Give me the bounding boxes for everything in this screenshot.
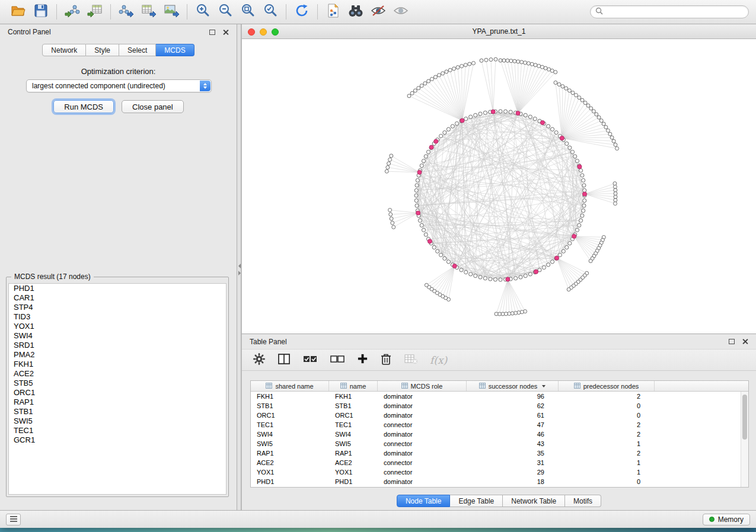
search-box[interactable] bbox=[590, 5, 749, 18]
vertical-splitter[interactable] bbox=[237, 24, 241, 510]
show-panel-list-button[interactable] bbox=[6, 514, 21, 525]
export-table-icon bbox=[141, 3, 157, 21]
memory-button[interactable]: Memory bbox=[703, 514, 750, 525]
sort-arrow-icon bbox=[542, 385, 546, 387]
splitter-handle[interactable] bbox=[237, 264, 241, 277]
table-row[interactable]: STB1STB1dominator620 bbox=[251, 401, 748, 411]
memory-label: Memory bbox=[718, 515, 744, 524]
show-all-button[interactable] bbox=[390, 2, 412, 22]
scrollbar-thumb[interactable] bbox=[742, 395, 747, 440]
export-table-button[interactable] bbox=[138, 2, 160, 22]
create-column-button[interactable] bbox=[357, 351, 368, 369]
mcds-result-item[interactable]: YOX1 bbox=[9, 322, 226, 331]
criterion-dropdown[interactable]: largest connected component (undirected) bbox=[26, 79, 212, 92]
export-image-button[interactable] bbox=[160, 2, 183, 22]
apply-layout-button[interactable] bbox=[291, 2, 313, 22]
mcds-result-item[interactable]: GCR1 bbox=[9, 435, 226, 445]
mcds-result-item[interactable]: STP4 bbox=[9, 303, 226, 312]
mcds-result-item[interactable]: STB1 bbox=[9, 407, 226, 416]
table-row[interactable]: SWI5SWI5connector431 bbox=[251, 439, 748, 448]
deselect-all-icon bbox=[330, 353, 345, 367]
zoom-out-button[interactable] bbox=[214, 2, 237, 22]
toolbar-separator bbox=[286, 4, 286, 20]
search-input[interactable] bbox=[606, 8, 744, 16]
show-columns-button[interactable] bbox=[277, 351, 291, 369]
new-network-from-selection-button[interactable] bbox=[322, 2, 344, 22]
table-row[interactable]: TEC1TEC1connector472 bbox=[251, 420, 748, 430]
function-builder-button[interactable]: f(x) bbox=[430, 351, 447, 369]
close-window-button[interactable] bbox=[248, 28, 255, 36]
column-header-shared-name[interactable]: shared name bbox=[251, 381, 329, 391]
close-panel-button[interactable]: Close panel bbox=[122, 100, 184, 113]
hide-selected-button[interactable] bbox=[367, 2, 390, 22]
control-panel-titlebar: Control Panel bbox=[0, 24, 237, 40]
table-row[interactable]: ACE2ACE2connector311 bbox=[251, 458, 748, 467]
trash-icon bbox=[380, 352, 392, 368]
mcds-result-item[interactable]: CAR1 bbox=[9, 293, 226, 303]
tab-network-table[interactable]: Network Table bbox=[503, 495, 565, 507]
mcds-result-item[interactable]: ORC1 bbox=[9, 388, 226, 398]
tab-style[interactable]: Style bbox=[86, 44, 119, 56]
maximize-window-button[interactable] bbox=[272, 28, 279, 36]
table-row[interactable]: PHD1PHD1dominator180 bbox=[251, 477, 748, 486]
column-header-MCDS-role[interactable]: MCDS role bbox=[378, 381, 467, 391]
tab-mcds[interactable]: MCDS bbox=[156, 44, 194, 56]
table-tabs: Node TableEdge TableNetwork TableMotifs bbox=[242, 495, 756, 507]
zoom-fit-button[interactable] bbox=[237, 2, 259, 22]
mcds-result-item[interactable]: SWI4 bbox=[9, 331, 226, 341]
import-network-button[interactable] bbox=[61, 2, 84, 22]
column-header-name[interactable]: name bbox=[329, 381, 378, 391]
close-panel-icon[interactable] bbox=[742, 338, 748, 345]
mcds-result-item[interactable]: SWI5 bbox=[9, 416, 226, 426]
tab-motifs[interactable]: Motifs bbox=[565, 495, 601, 507]
column-header-successor-nodes[interactable]: successor nodes bbox=[467, 381, 559, 391]
main-toolbar bbox=[0, 0, 756, 24]
tab-select[interactable]: Select bbox=[119, 44, 156, 56]
tab-node-table[interactable]: Node Table bbox=[397, 495, 451, 507]
mcds-result-item[interactable]: TEC1 bbox=[9, 426, 226, 435]
zoom-in-button[interactable] bbox=[192, 2, 214, 22]
table-row[interactable]: RAP1RAP1dominator352 bbox=[251, 448, 748, 458]
mcds-result-item[interactable]: FKH1 bbox=[9, 360, 226, 369]
mcds-result-item[interactable]: PMA2 bbox=[9, 350, 226, 360]
deselect-all-button[interactable] bbox=[330, 351, 345, 369]
table-settings-button[interactable] bbox=[253, 351, 266, 369]
table-row[interactable]: ORC1ORC1dominator610 bbox=[251, 411, 748, 420]
save-session-button[interactable] bbox=[30, 2, 52, 22]
export-network-button[interactable] bbox=[115, 2, 138, 22]
float-panel-icon[interactable] bbox=[729, 339, 735, 344]
close-panel-icon[interactable] bbox=[222, 29, 229, 36]
import-table-button[interactable] bbox=[84, 2, 106, 22]
table-scrollbar[interactable] bbox=[741, 392, 748, 487]
zoom-selected-button[interactable] bbox=[259, 2, 282, 22]
select-all-icon bbox=[302, 353, 318, 367]
mcds-result-item[interactable]: STB5 bbox=[9, 379, 226, 388]
tab-network[interactable]: Network bbox=[42, 44, 86, 56]
criterion-value: largest connected component (undirected) bbox=[32, 82, 165, 90]
delete-column-button[interactable] bbox=[380, 351, 392, 369]
control-panel-title: Control Panel bbox=[8, 28, 51, 36]
table-row[interactable]: YOX1YOX1connector291 bbox=[251, 467, 748, 477]
zoom-in-icon bbox=[195, 3, 210, 21]
float-panel-icon[interactable] bbox=[209, 30, 215, 35]
first-neighbors-button[interactable] bbox=[344, 2, 367, 22]
select-all-button[interactable] bbox=[302, 351, 318, 369]
table-row[interactable]: SWI4SWI4dominator462 bbox=[251, 430, 748, 439]
open-session-button[interactable] bbox=[7, 2, 30, 22]
delete-table-button[interactable] bbox=[404, 351, 418, 369]
table-body: FKH1FKH1dominator962STB1STB1dominator620… bbox=[251, 392, 748, 486]
table-row[interactable]: FKH1FKH1dominator962 bbox=[251, 392, 748, 401]
network-canvas[interactable] bbox=[242, 39, 756, 334]
mcds-result-item[interactable]: SRD1 bbox=[9, 341, 226, 350]
mcds-result-item[interactable]: ACE2 bbox=[9, 369, 226, 379]
import-network-icon bbox=[65, 3, 80, 21]
tab-edge-table[interactable]: Edge Table bbox=[450, 495, 503, 507]
minimize-window-button[interactable] bbox=[260, 28, 267, 36]
toolbar-separator bbox=[317, 4, 318, 20]
column-header-predecessor-nodes[interactable]: predecessor nodes bbox=[559, 381, 655, 391]
network-titlebar[interactable]: YPA_prune.txt_1 bbox=[242, 24, 756, 39]
run-mcds-button[interactable]: Run MCDS bbox=[53, 100, 114, 113]
mcds-result-item[interactable]: PHD1 bbox=[9, 284, 226, 293]
mcds-result-item[interactable]: RAP1 bbox=[9, 398, 226, 407]
mcds-result-item[interactable]: TID3 bbox=[9, 312, 226, 322]
